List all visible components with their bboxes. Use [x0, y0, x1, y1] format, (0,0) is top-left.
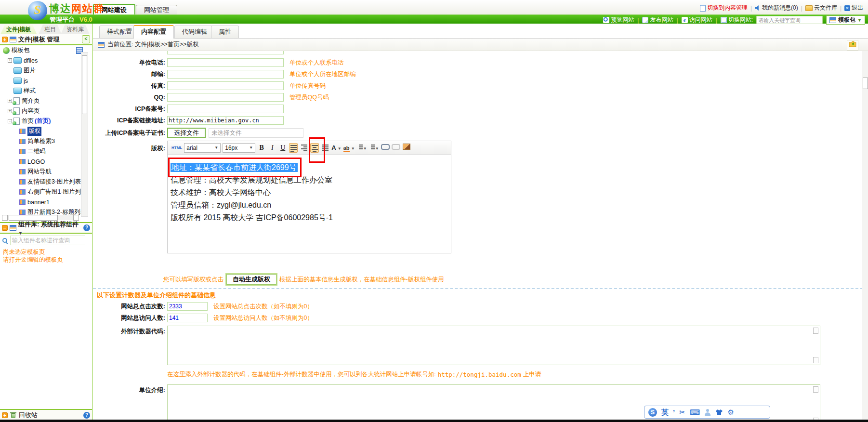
- ext-code-textarea[interactable]: [167, 326, 820, 365]
- tree-leaf-qrcode[interactable]: 二维码: [0, 146, 92, 157]
- expander-icon[interactable]: +: [8, 58, 12, 63]
- visit-site-link[interactable]: e访问网站: [682, 16, 712, 24]
- icp-url-input[interactable]: [167, 116, 284, 125]
- insert-image-button[interactable]: [402, 143, 411, 153]
- ime-logo-icon[interactable]: S: [648, 408, 657, 417]
- switch-content-link[interactable]: 切换到内容管理: [700, 4, 748, 12]
- tree-leaf-friend-links[interactable]: 友情链接3-图片列表: [0, 177, 92, 187]
- zip-input[interactable]: [167, 70, 284, 79]
- nav-tab-site-manage[interactable]: 网站管理: [136, 5, 177, 14]
- sidebar-tab-library[interactable]: 资料库: [61, 25, 90, 34]
- align-left-button[interactable]: [289, 143, 298, 153]
- main-vertical-scrollbar[interactable]: [862, 51, 868, 420]
- tree-node-images[interactable]: 图片: [0, 66, 92, 76]
- auto-generate-button[interactable]: 自动生成版权: [226, 274, 276, 285]
- search-icon[interactable]: [2, 238, 8, 243]
- tree-node-js[interactable]: js: [0, 76, 92, 86]
- template-package-dropdown[interactable]: 模板包▼: [826, 15, 865, 25]
- tree-vertical-scrollbar[interactable]: [81, 52, 88, 217]
- tree-horizontal-scrollbar[interactable]: [2, 215, 79, 220]
- phone-input[interactable]: [167, 58, 284, 67]
- insert-link-button[interactable]: [381, 143, 390, 153]
- underline-button[interactable]: U: [278, 143, 287, 153]
- bold-button[interactable]: B: [257, 143, 266, 153]
- icp-input[interactable]: [167, 105, 284, 113]
- html-source-button[interactable]: HTML: [171, 143, 182, 153]
- help-icon[interactable]: ?: [83, 224, 90, 231]
- tree-leaf-label: 友情链接3-图片列表: [27, 178, 81, 186]
- component-search-input[interactable]: [10, 236, 85, 245]
- ime-punctuation-toggle[interactable]: ’: [673, 409, 675, 416]
- publish-site-link[interactable]: 发布网站: [642, 16, 673, 24]
- tab-properties[interactable]: 属性: [211, 26, 239, 38]
- ime-scissors-icon[interactable]: ✂: [679, 409, 685, 416]
- sidebar-tab-files[interactable]: 文件|模板: [0, 25, 37, 34]
- help-icon[interactable]: ?: [83, 412, 90, 419]
- tree-node-styles[interactable]: 样式: [0, 86, 92, 96]
- ime-language-toggle[interactable]: 英: [661, 409, 669, 416]
- tab-content-config[interactable]: 内容配置: [133, 25, 174, 39]
- tree-node-label: 样式: [24, 87, 36, 95]
- editor-content[interactable]: 地址：某某省长春市前进大街2699号 信息管理：高校大学发展规划处信息工作办公室…: [168, 155, 451, 253]
- cloud-library-link[interactable]: 云文件库: [805, 4, 837, 12]
- font-color-button[interactable]: A ▼: [331, 143, 341, 153]
- font-size-select[interactable]: 16px▼: [223, 143, 255, 153]
- recycle-bin[interactable]: + 回收站 ?: [0, 409, 92, 420]
- fax-input[interactable]: [167, 81, 284, 90]
- ime-user-icon[interactable]: [704, 409, 711, 416]
- clipped-input[interactable]: [167, 51, 284, 54]
- textarea-scroll-up[interactable]: [813, 386, 818, 393]
- scroll-left-button[interactable]: [2, 215, 8, 221]
- tree-root-label: 模板包: [12, 46, 30, 54]
- main-scroll-thumb[interactable]: [863, 78, 868, 89]
- tree-node-dfiles[interactable]: +dfiles: [0, 55, 92, 66]
- tree-node-home-page[interactable]: -首页(首页): [0, 116, 92, 126]
- qq-input[interactable]: [167, 93, 284, 102]
- editor-line[interactable]: 技术维护：高校大学网络中心: [171, 186, 448, 199]
- tree-root[interactable]: 模板包: [0, 45, 92, 55]
- highlight-button[interactable]: ab ▼: [343, 143, 355, 153]
- tree-scroll-thumb[interactable]: [82, 55, 87, 114]
- expand-icon[interactable]: +: [2, 412, 8, 418]
- collapse-icon[interactable]: −: [2, 225, 8, 231]
- expand-icon[interactable]: +: [2, 37, 8, 42]
- remove-link-button[interactable]: [392, 143, 400, 153]
- tree-leaf-search3[interactable]: 简单检索3: [0, 136, 92, 146]
- italic-button[interactable]: I: [268, 143, 276, 153]
- tree-leaf-nav[interactable]: 网站导航: [0, 167, 92, 177]
- choose-file-button[interactable]: 选择文件: [167, 128, 206, 138]
- ime-settings-icon[interactable]: ⚙: [727, 409, 734, 416]
- sidebar-tab-columns[interactable]: 栏目: [39, 25, 62, 34]
- expander-icon[interactable]: +: [8, 109, 12, 113]
- tree-leaf-right-ad[interactable]: 右侧广告图1-图片列表: [0, 187, 92, 197]
- tree-leaf-banner1[interactable]: banner1: [0, 197, 92, 207]
- logout-link[interactable]: ✕退出: [844, 4, 863, 12]
- ime-keyboard-icon[interactable]: ⌨: [690, 409, 700, 416]
- align-center-button[interactable]: [310, 143, 319, 153]
- tree-leaf-copyright[interactable]: 版权: [0, 126, 92, 136]
- tree-leaf-logo[interactable]: LOGO: [0, 157, 92, 167]
- expander-icon[interactable]: +: [8, 99, 12, 103]
- app-window: { "app": { "title_accent": "博达", "title_…: [0, 0, 868, 422]
- tree-node-intro-page[interactable]: +简介页: [0, 96, 92, 106]
- site-search-input[interactable]: [756, 16, 823, 24]
- component-library-title[interactable]: 组件库: 系统推荐组件 ▼: [18, 220, 81, 236]
- tab-code-edit[interactable]: 代码编辑: [174, 26, 215, 38]
- editor-line[interactable]: 版权所有 2015 高校大学 吉ICP备06002985号-1: [171, 211, 448, 224]
- preview-site-link[interactable]: 预览网站: [603, 16, 634, 24]
- bullet-list-button[interactable]: ▼: [369, 143, 379, 153]
- editor-line[interactable]: 管理员信箱：zygl@jlu.edu.cn: [171, 199, 448, 211]
- align-right-button[interactable]: [300, 143, 308, 153]
- ime-skin-icon[interactable]: [715, 409, 723, 416]
- messages-link[interactable]: 我的新消息(0): [755, 4, 798, 12]
- tree-node-content-page[interactable]: +内容页: [0, 106, 92, 116]
- collapse-sidebar-button[interactable]: <: [82, 35, 90, 43]
- visitors-input[interactable]: [167, 314, 208, 322]
- clicks-input[interactable]: [167, 302, 208, 311]
- ordered-list-button[interactable]: ▼: [357, 143, 367, 153]
- textarea-scroll-down[interactable]: [813, 357, 818, 363]
- expander-icon[interactable]: -: [8, 119, 12, 123]
- go-up-button[interactable]: [847, 40, 858, 51]
- font-family-select[interactable]: arial▼: [184, 143, 221, 153]
- textarea-scroll-up[interactable]: [813, 328, 818, 334]
